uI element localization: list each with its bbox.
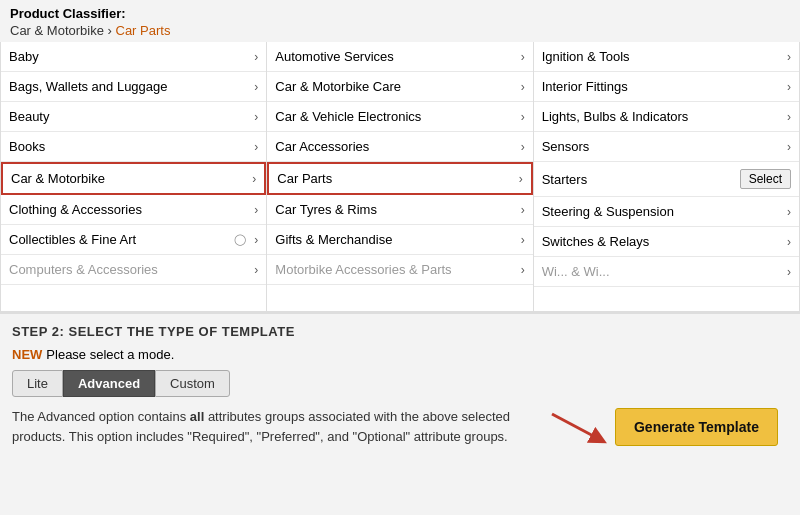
list-item-car-motorbike[interactable]: Car & Motorbike› xyxy=(1,162,266,195)
list-item[interactable]: Collectibles & Fine Art ◯ › xyxy=(1,225,266,255)
chevron-right-icon: › xyxy=(787,235,791,249)
list-item[interactable]: Bags, Wallets and Luggage› xyxy=(1,72,266,102)
chevron-right-icon: › xyxy=(787,110,791,124)
list-item[interactable]: Books› xyxy=(1,132,266,162)
tab-advanced[interactable]: Advanced xyxy=(63,370,155,397)
chevron-right-icon: › xyxy=(521,233,525,247)
list-item[interactable]: Car Accessories› xyxy=(267,132,532,162)
chevron-right-icon: › xyxy=(519,172,523,186)
list-item[interactable]: Sensors› xyxy=(534,132,799,162)
list-item-starters[interactable]: Starters Select xyxy=(534,162,799,197)
list-item[interactable]: Clothing & Accessories› xyxy=(1,195,266,225)
chevron-right-icon: › xyxy=(787,50,791,64)
list-item[interactable]: Ignition & Tools› xyxy=(534,42,799,72)
classifier-label: Product Classifier: xyxy=(10,6,790,21)
step2-section: STEP 2: SELECT THE TYPE OF TEMPLATE NEWP… xyxy=(0,312,800,460)
chevron-right-icon: › xyxy=(521,140,525,154)
description-text: The Advanced option contains all attribu… xyxy=(12,407,547,446)
list-item[interactable]: Gifts & Merchandise› xyxy=(267,225,532,255)
chevron-right-icon: › xyxy=(254,233,258,247)
chevron-right-icon: › xyxy=(787,205,791,219)
mode-tabs: Lite Advanced Custom xyxy=(12,370,788,397)
chevron-right-icon: › xyxy=(252,172,256,186)
category-col-3: Ignition & Tools› Interior Fittings› Lig… xyxy=(534,42,799,311)
list-item[interactable]: Car Tyres & Rims› xyxy=(267,195,532,225)
chevron-right-icon: › xyxy=(787,140,791,154)
list-item[interactable]: Wi... & Wi...› xyxy=(534,257,799,287)
red-arrow-icon xyxy=(547,409,607,445)
list-item-switches-relays[interactable]: Switches & Relays› xyxy=(534,227,799,257)
category-col-2: Automotive Services› Car & Motorbike Car… xyxy=(267,42,533,311)
tab-custom[interactable]: Custom xyxy=(155,370,230,397)
generate-area: Generate Template xyxy=(547,408,788,446)
list-item[interactable]: Baby› xyxy=(1,42,266,72)
list-item[interactable]: Lights, Bulbs & Indicators› xyxy=(534,102,799,132)
list-item[interactable]: Steering & Suspension› xyxy=(534,197,799,227)
mode-prompt: NEWPlease select a mode. xyxy=(12,347,788,362)
chevron-right-icon: › xyxy=(521,263,525,277)
generate-template-button[interactable]: Generate Template xyxy=(615,408,778,446)
select-button[interactable]: Select xyxy=(740,169,791,189)
chevron-right-icon: › xyxy=(521,110,525,124)
breadcrumb: Car & Motorbike › Car Parts xyxy=(10,23,790,38)
description-row: The Advanced option contains all attribu… xyxy=(12,407,788,446)
tab-lite[interactable]: Lite xyxy=(12,370,63,397)
chevron-right-icon: › xyxy=(787,265,791,279)
product-classifier-section: Product Classifier: Car & Motorbike › Ca… xyxy=(0,0,800,42)
list-item[interactable]: Car & Vehicle Electronics› xyxy=(267,102,532,132)
list-item[interactable]: Motorbike Accessories & Parts› xyxy=(267,255,532,285)
list-item[interactable]: Beauty› xyxy=(1,102,266,132)
chevron-right-icon: › xyxy=(254,203,258,217)
info-icon: ◯ xyxy=(234,233,246,246)
list-item[interactable]: Car & Motorbike Care› xyxy=(267,72,532,102)
list-item[interactable]: Computers & Accessories› xyxy=(1,255,266,285)
chevron-right-icon: › xyxy=(521,80,525,94)
arrow-indicator xyxy=(547,409,607,445)
chevron-right-icon: › xyxy=(521,203,525,217)
chevron-right-icon: › xyxy=(787,80,791,94)
list-item[interactable]: Automotive Services› xyxy=(267,42,532,72)
list-item-car-parts[interactable]: Car Parts› xyxy=(267,162,532,195)
svg-line-1 xyxy=(552,414,599,439)
category-columns: Baby› Bags, Wallets and Luggage› Beauty›… xyxy=(0,42,800,312)
chevron-right-icon: › xyxy=(254,263,258,277)
chevron-right-icon: › xyxy=(254,80,258,94)
chevron-right-icon: › xyxy=(254,140,258,154)
step2-header: STEP 2: SELECT THE TYPE OF TEMPLATE xyxy=(12,324,788,339)
chevron-right-icon: › xyxy=(254,50,258,64)
category-col-1: Baby› Bags, Wallets and Luggage› Beauty›… xyxy=(1,42,267,311)
chevron-right-icon: › xyxy=(254,110,258,124)
chevron-right-icon: › xyxy=(521,50,525,64)
list-item[interactable]: Interior Fittings› xyxy=(534,72,799,102)
